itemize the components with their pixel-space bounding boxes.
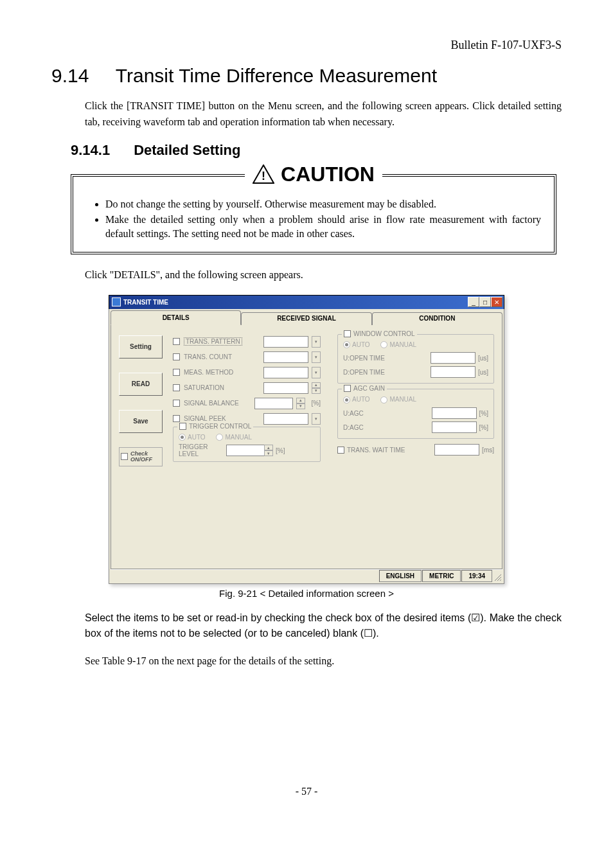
signal-peek-field[interactable]: [263, 413, 308, 425]
unit-label: [%]: [479, 410, 488, 417]
maximize-button[interactable]: □: [479, 297, 491, 307]
tab-details[interactable]: DETAILS: [111, 310, 241, 325]
d-open-time-field[interactable]: [431, 366, 475, 378]
u-agc-label: U:AGC: [343, 410, 391, 417]
trigger-control-checkbox[interactable]: [179, 423, 186, 430]
caution-heading: CAUTION: [281, 163, 375, 186]
tab-condition[interactable]: CONDITION: [372, 312, 502, 325]
spin-down-icon[interactable]: ▾: [312, 388, 321, 394]
window-control-checkbox[interactable]: [344, 330, 351, 337]
window-auto-radio[interactable]: [343, 341, 350, 348]
agc-gain-label: AGC GAIN: [353, 385, 385, 392]
trigger-auto-radio[interactable]: [179, 434, 186, 441]
trans-pattern-field[interactable]: [263, 336, 308, 348]
section-title: Transit Time Difference Measurement: [116, 65, 437, 86]
window-titlebar[interactable]: TRANSIT TIME _ □ ✕: [109, 295, 504, 309]
u-open-time-field[interactable]: [431, 352, 475, 364]
status-bar: ENGLISH METRIC 19:34: [111, 569, 502, 582]
agc-manual-radio[interactable]: [380, 396, 387, 403]
dropdown-icon[interactable]: ▾: [312, 351, 321, 363]
window-manual-label: MANUAL: [389, 341, 416, 348]
app-icon: [112, 297, 121, 306]
agc-gain-checkbox[interactable]: [344, 385, 351, 392]
status-system: METRIC: [422, 570, 461, 582]
resize-grip-icon[interactable]: [492, 570, 502, 582]
saturation-checkbox[interactable]: [173, 384, 180, 391]
spin-up-icon[interactable]: ▴: [312, 382, 321, 388]
trigger-manual-radio[interactable]: [216, 434, 223, 441]
dropdown-icon[interactable]: ▾: [312, 413, 321, 425]
trans-count-checkbox[interactable]: [173, 353, 180, 360]
caution-box: ! CAUTION Do not change the setting by y…: [71, 174, 556, 254]
dropdown-icon[interactable]: ▾: [312, 336, 321, 348]
window-control-group: WINDOW CONTROL AUTO MANUAL U:OPEN TIME[u…: [337, 334, 494, 384]
signal-balance-field[interactable]: [254, 398, 293, 409]
figure-caption: Fig. 9-21 < Detailed information screen …: [51, 588, 562, 599]
svg-text:!: !: [262, 170, 265, 182]
section-number: 9.14: [51, 65, 111, 87]
outro-paragraph-1: Select the items to be set or read-in by…: [85, 610, 562, 642]
trans-wait-label: TRANS. WAIT TIME: [347, 447, 405, 454]
read-button[interactable]: READ: [119, 373, 163, 396]
window-title: TRANSIT TIME: [123, 299, 468, 306]
trans-pattern-checkbox[interactable]: [173, 338, 180, 345]
trigger-manual-label: MANUAL: [225, 434, 252, 441]
trigger-auto-label: AUTO: [188, 434, 206, 441]
trans-count-label: TRANS. COUNT: [184, 353, 232, 360]
trans-wait-checkbox[interactable]: [337, 447, 344, 454]
d-open-time-label: D:OPEN TIME: [343, 369, 391, 376]
meas-method-field[interactable]: [263, 367, 308, 378]
signal-balance-checkbox[interactable]: [173, 400, 180, 407]
window-manual-radio[interactable]: [380, 341, 387, 348]
outro-paragraph-2: See Table 9-17 on the next page for the …: [85, 653, 562, 669]
signal-balance-label: SIGNAL BALANCE: [184, 400, 239, 407]
saturation-label: SATURATION: [184, 384, 224, 391]
trans-count-field[interactable]: [263, 351, 308, 363]
lead-paragraph: Click "DETAILS", and the following scree…: [85, 267, 562, 283]
bulletin-header: Bulletin F-107-UXF3-S: [51, 39, 562, 52]
agc-auto-label: AUTO: [352, 396, 370, 403]
unit-label: [%]: [312, 400, 321, 407]
signal-peek-checkbox[interactable]: [173, 415, 180, 422]
agc-gain-group: AGC GAIN AUTO MANUAL U:AGC[%] D:AGC[%]: [337, 389, 494, 439]
spin-down-icon[interactable]: ▾: [296, 403, 305, 409]
screenshot-window: TRANSIT TIME _ □ ✕ DETAILS RECEIVED SIGN…: [109, 295, 504, 584]
unit-label: [%]: [479, 424, 488, 431]
subsection-number: 9.14.1: [71, 142, 130, 159]
check-onoff-toggle[interactable]: Check ON/OFF: [119, 447, 163, 466]
check-onoff-checkbox[interactable]: [121, 453, 128, 460]
check-onoff-label: Check ON/OFF: [130, 451, 161, 463]
trans-wait-field[interactable]: [434, 444, 479, 456]
agc-manual-label: MANUAL: [389, 396, 416, 403]
d-agc-field[interactable]: [432, 421, 477, 433]
trigger-level-field[interactable]: [226, 445, 265, 456]
status-language: ENGLISH: [379, 570, 422, 582]
trigger-control-label: TRIGGER CONTROL: [189, 423, 251, 430]
close-button[interactable]: ✕: [491, 297, 502, 307]
minimize-button[interactable]: _: [468, 297, 479, 307]
u-agc-field[interactable]: [432, 407, 477, 419]
trans-pattern-label: TRANS. PATTERN: [184, 337, 242, 346]
spin-up-icon[interactable]: ▴: [264, 445, 273, 450]
spin-up-icon[interactable]: ▴: [296, 398, 305, 403]
trigger-control-group: TRIGGER CONTROL AUTO MANUAL TRIGGER LEVE…: [173, 427, 321, 463]
svg-line-4: [500, 580, 501, 581]
saturation-field[interactable]: [263, 382, 308, 394]
status-time: 19:34: [461, 570, 492, 582]
subsection-title: Detailed Setting: [134, 142, 240, 158]
window-control-label: WINDOW CONTROL: [353, 330, 415, 337]
setting-button[interactable]: Setting: [119, 335, 163, 359]
unit-label: [us]: [478, 369, 488, 376]
section-heading: 9.14 Transit Time Difference Measurement: [51, 65, 562, 87]
trigger-level-label: TRIGGER LEVEL: [179, 443, 226, 457]
save-button[interactable]: Save: [119, 410, 163, 433]
signal-peek-label: SIGNAL PEEK: [184, 415, 226, 422]
caution-bullet: Do not change the setting by yourself. O…: [105, 197, 541, 211]
tab-received-signal[interactable]: RECEIVED SIGNAL: [241, 312, 371, 325]
meas-method-checkbox[interactable]: [173, 369, 180, 376]
agc-auto-radio[interactable]: [343, 396, 350, 403]
dropdown-icon[interactable]: ▾: [312, 367, 321, 378]
spin-down-icon[interactable]: ▾: [264, 450, 273, 456]
meas-method-label: MEAS. METHOD: [184, 369, 233, 376]
unit-label: [us]: [478, 355, 488, 362]
